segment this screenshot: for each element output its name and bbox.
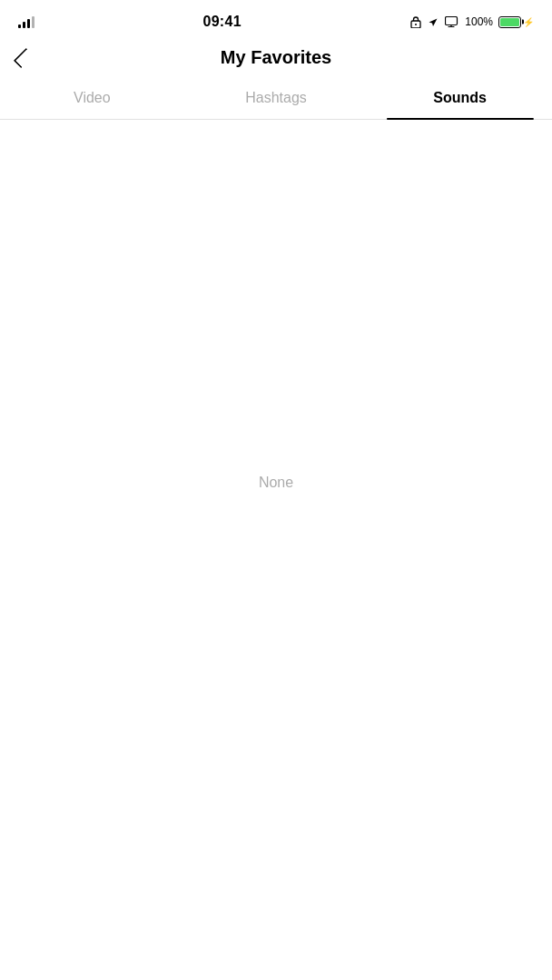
status-right: 100% ⚡: [409, 15, 534, 28]
signal-bar-4: [32, 16, 34, 28]
lock-icon: [409, 15, 422, 28]
battery-fill: [500, 18, 519, 26]
signal-bar-3: [27, 19, 30, 28]
back-chevron-icon: [14, 47, 34, 68]
page-title: My Favorites: [221, 47, 331, 68]
status-bar: 09:41 100% ⚡: [0, 0, 552, 40]
svg-point-1: [415, 24, 417, 25]
empty-message: None: [259, 475, 293, 491]
svg-rect-2: [446, 17, 458, 25]
screen-icon: [445, 16, 459, 27]
status-time: 09:41: [202, 14, 241, 30]
signal-icon: [18, 15, 34, 28]
tabs-bar: Video Hashtags Sounds: [0, 79, 552, 120]
tab-sounds[interactable]: Sounds: [368, 79, 552, 119]
header: My Favorites: [0, 40, 552, 79]
charging-icon: ⚡: [523, 17, 534, 27]
status-left: [18, 15, 34, 28]
signal-bar-2: [23, 22, 25, 28]
battery-icon: ⚡: [498, 16, 534, 28]
battery-percent: 100%: [465, 15, 493, 28]
tab-video[interactable]: Video: [0, 79, 184, 119]
battery-body: [498, 16, 521, 28]
location-icon: [428, 16, 439, 28]
tab-hashtags[interactable]: Hashtags: [184, 79, 369, 119]
signal-bar-1: [18, 24, 21, 28]
back-button[interactable]: [15, 45, 33, 71]
content-area: None: [0, 120, 552, 846]
